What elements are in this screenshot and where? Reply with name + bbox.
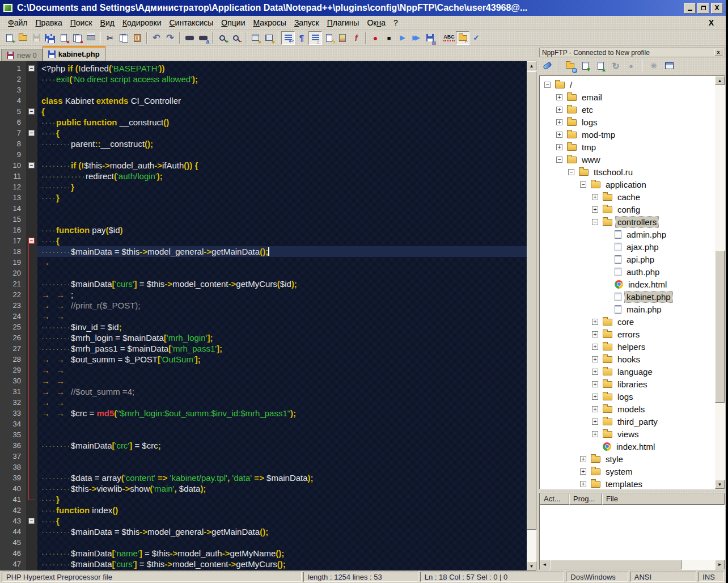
code-line[interactable]: 39········$data = array('content' => 'ka… xyxy=(0,472,527,483)
messages-button[interactable] xyxy=(662,59,676,73)
code-line[interactable]: 1−<?php if (!defined('BASEPATH')) xyxy=(0,63,527,74)
code-line[interactable]: 11············redirect('auth/login'); xyxy=(0,171,527,181)
tab-new-0[interactable]: new 0 xyxy=(1,49,43,61)
transfer-list-body[interactable] xyxy=(540,505,725,560)
column-header-prog[interactable]: Prog... xyxy=(569,493,602,505)
code-line[interactable]: 22→→; xyxy=(0,289,527,300)
code-line[interactable]: 5−{ xyxy=(0,106,527,117)
auto-spell-check-button[interactable]: ✓ xyxy=(469,31,483,45)
minimize-button[interactable] xyxy=(684,3,696,14)
code-line[interactable]: 23→→//print_r($_POST); xyxy=(0,300,527,311)
print-button[interactable] xyxy=(84,31,98,45)
code-line[interactable]: 3 xyxy=(0,85,527,95)
code-line[interactable]: 8········parent::__construct(); xyxy=(0,138,527,149)
tree-item[interactable]: +libraries xyxy=(540,378,725,390)
code-line[interactable]: 47········$mainData['curs'] = $this->mod… xyxy=(0,559,527,569)
copy-button[interactable] xyxy=(117,31,130,45)
tree-toggle[interactable]: + xyxy=(592,344,598,350)
code-line[interactable]: 14 xyxy=(0,203,527,214)
tree-scrollbar-thumb[interactable] xyxy=(715,251,725,403)
restore-button[interactable] xyxy=(697,3,709,14)
fold-toggle[interactable]: − xyxy=(28,238,35,244)
code-line[interactable]: 19→ xyxy=(0,257,527,268)
menu-item[interactable]: Файл xyxy=(4,17,31,28)
upload-button[interactable]: ▲ xyxy=(594,59,607,73)
tree-item[interactable]: +tmp xyxy=(540,141,725,153)
tree-item[interactable]: −/ xyxy=(540,78,725,91)
tree-item[interactable]: +models xyxy=(540,403,725,415)
tree-scroll-up-button[interactable]: ▲ xyxy=(715,76,725,85)
tree-toggle[interactable]: + xyxy=(556,132,562,138)
code-line[interactable]: 13····} xyxy=(0,192,527,203)
replace-button[interactable]: a xyxy=(196,31,210,45)
code-line[interactable]: 25········$inv_id = $id; xyxy=(0,322,527,332)
macro-play-button[interactable]: ▶ xyxy=(396,31,409,45)
tree-toggle[interactable]: + xyxy=(592,331,598,337)
show-all-characters-button[interactable]: ¶ xyxy=(295,31,308,45)
word-wrap-button[interactable]: ↩ xyxy=(281,31,295,45)
code-line[interactable]: 31→→//$out_summ =4; xyxy=(0,386,527,397)
tree-scroll-down-button[interactable]: ▼ xyxy=(715,480,725,489)
tree-toggle[interactable]: + xyxy=(556,144,562,150)
menu-item[interactable]: Плагины xyxy=(323,17,363,28)
spell-check-button[interactable]: ABC xyxy=(442,31,456,45)
abort-button[interactable]: ● xyxy=(624,59,638,73)
close-all-button[interactable]: ● xyxy=(70,31,84,45)
connect-button[interactable] xyxy=(540,59,554,73)
function-list-button[interactable]: f xyxy=(349,31,363,45)
code-line[interactable]: 35 xyxy=(0,429,527,440)
code-editor[interactable]: 1−<?php if (!defined('BASEPATH'))2····ex… xyxy=(0,61,536,571)
tree-toggle[interactable]: + xyxy=(592,419,598,425)
open-file-button[interactable] xyxy=(16,31,29,45)
code-line[interactable]: 28→→$out_summ = $_POST['OutSum']; xyxy=(0,354,527,365)
column-header-file[interactable]: File xyxy=(602,493,725,505)
tree-item[interactable]: +views xyxy=(540,428,725,440)
tree-item[interactable]: +system xyxy=(540,465,725,478)
code-line[interactable]: 27········$mrh_pass1 = $mainData['mrh_pa… xyxy=(0,343,527,354)
code-line[interactable]: 17−····{ xyxy=(0,235,527,246)
folder-sync-button[interactable] xyxy=(563,59,577,73)
tree-toggle[interactable]: + xyxy=(592,394,598,400)
fold-toggle[interactable]: − xyxy=(28,162,35,168)
close-document-button[interactable]: X xyxy=(706,18,716,27)
menu-item[interactable]: Окна xyxy=(363,17,390,28)
code-line[interactable]: 29→→ xyxy=(0,365,527,375)
tab-kabinet-php[interactable]: kabinet.php xyxy=(43,46,105,61)
column-header-act[interactable]: Act... xyxy=(540,493,569,505)
tree-item[interactable]: +logs xyxy=(540,116,725,128)
close-button[interactable]: X xyxy=(711,3,723,14)
menu-item[interactable]: Синтаксисы xyxy=(165,17,217,28)
code-line[interactable]: 21········$mainData['curs'] = $this->mod… xyxy=(0,278,527,289)
code-line[interactable]: 42····function index() xyxy=(0,505,527,516)
tree-item[interactable]: api.php xyxy=(540,253,725,265)
cut-button[interactable]: ✂ xyxy=(103,31,117,45)
tree-item[interactable]: +errors xyxy=(540,328,725,340)
macro-run-multiple-button[interactable]: ▶▶ xyxy=(409,31,423,45)
tree-toggle[interactable]: − xyxy=(544,82,551,88)
paste-button[interactable] xyxy=(130,31,144,45)
new-file-button[interactable]: + xyxy=(2,31,16,45)
scroll-up-button[interactable]: ▲ xyxy=(527,61,536,70)
sync-scroll-horizontal-button[interactable]: ● xyxy=(262,31,276,45)
code-line[interactable]: 30→→ xyxy=(0,375,527,386)
sync-scroll-vertical-button[interactable]: ● xyxy=(248,31,262,45)
download-button[interactable]: ▼ xyxy=(578,59,592,73)
code-line[interactable]: 45 xyxy=(0,537,527,548)
macro-save-button[interactable] xyxy=(423,31,437,45)
tree-item[interactable]: +mod-tmp xyxy=(540,128,725,141)
list-scrollbar-thumb[interactable] xyxy=(550,560,682,569)
nppftp-close-button[interactable]: x xyxy=(714,49,722,56)
tree-toggle[interactable]: + xyxy=(592,206,598,213)
menu-item[interactable]: ? xyxy=(390,17,402,28)
tree-toggle[interactable]: + xyxy=(592,369,598,375)
menu-item[interactable]: Поиск xyxy=(66,17,96,28)
code-line[interactable]: 46········$mainData['name'] = $this->mod… xyxy=(0,548,527,559)
tree-item[interactable]: +style xyxy=(540,453,725,465)
tree-item[interactable]: −ttschool.ru xyxy=(540,166,725,178)
tree-toggle[interactable]: + xyxy=(592,194,598,200)
tree-item[interactable]: admin.php xyxy=(540,228,725,240)
code-line[interactable]: 12········} xyxy=(0,181,527,192)
refresh-button[interactable]: ↻ xyxy=(609,59,623,73)
tree-toggle[interactable]: + xyxy=(592,319,598,325)
tree-item[interactable]: −controllers xyxy=(540,216,725,228)
